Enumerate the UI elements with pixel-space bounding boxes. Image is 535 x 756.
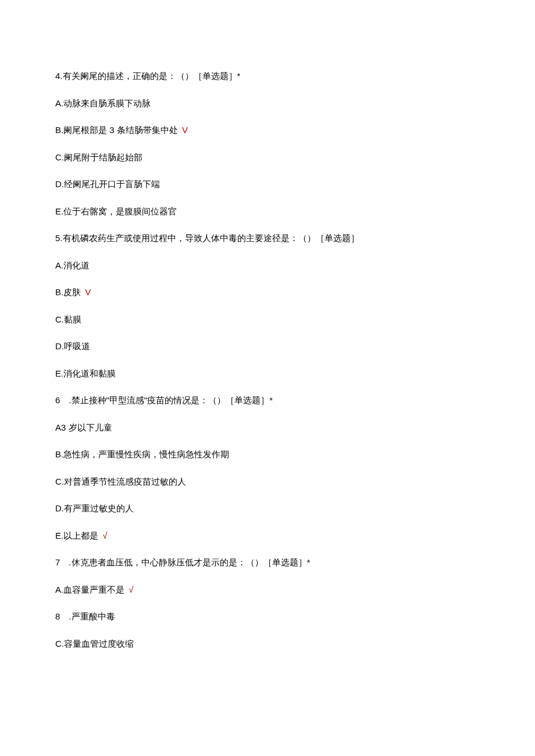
option-label: B.急性病，严重慢性疾病，慢性病急性发作期 [55, 449, 229, 459]
option: A.血容量严重不是 √ [55, 583, 480, 597]
correct-mark: V [180, 125, 188, 135]
option: C.阑尾附于结肠起始部 [55, 151, 480, 164]
option-label: A.血容量严重不是 [55, 585, 124, 594]
option: B.急性病，严重慢性疾病，慢性病急性发作期 [55, 448, 480, 461]
option-label: C.容量血管过度收缩 [55, 639, 134, 648]
option: B.阑尾根部是 3 条结肠带集中处 V [55, 124, 480, 137]
option: C.对普通季节性流感疫苗过敏的人 [55, 475, 480, 489]
correct-mark: √ [126, 585, 133, 594]
question-text: 4.有关阑尾的描述，正确的是：（）［单选题］* [55, 70, 480, 83]
option-label: B.阑尾根部是 3 条结肠带集中处 [55, 125, 178, 135]
option: E.消化道和黏膜 [55, 367, 480, 381]
option-label: C.阑尾附于结肠起始部 [55, 152, 142, 162]
option-label: E.位于右髂窝，是腹膜间位器官 [55, 206, 177, 216]
option: C.黏膜 [55, 313, 480, 327]
question-block: 6 .禁止接种"甲型流感"疫苗的情况是：（）［单选题］*A3 岁以下儿童B.急性… [55, 394, 480, 542]
option-label: D.经阑尾孔开口于盲肠下端 [55, 179, 160, 189]
option: D.呼吸道 [55, 340, 480, 353]
option-label: 8 .严重酸中毒 [55, 611, 115, 621]
option-label: B.皮肤 [55, 287, 81, 297]
option: D.经阑尾孔开口于盲肠下端 [55, 178, 480, 191]
question-text: 7 .休克患者血压低，中心静脉压低才是示的是：（）［单选题］* [55, 556, 480, 569]
option: A.动脉来自肠系膜下动脉 [55, 97, 480, 110]
option-label: A.动脉来自肠系膜下动脉 [55, 98, 151, 108]
option-label: D.有严重过敏史的人 [55, 503, 134, 513]
option: E.以上都是 √ [55, 529, 480, 543]
option: C.容量血管过度收缩 [55, 637, 480, 651]
option: B.皮肤 V [55, 286, 480, 299]
option-label: C.对普通季节性流感疫苗过敏的人 [55, 476, 186, 486]
option: D.有严重过敏史的人 [55, 502, 480, 515]
correct-mark: √ [100, 531, 107, 540]
question-block: 7 .休克患者血压低，中心静脉压低才是示的是：（）［单选题］*A.血容量严重不是… [55, 556, 480, 650]
question-block: 5.有机磷农药生产或使用过程中，导致人体中毒的主要途径是：（）［单选题］A.消化… [55, 232, 480, 380]
question-text: 6 .禁止接种"甲型流感"疫苗的情况是：（）［单选题］* [55, 394, 480, 407]
option-label: A3 岁以下儿童 [55, 422, 112, 432]
question-block: 4.有关阑尾的描述，正确的是：（）［单选题］*A.动脉来自肠系膜下动脉B.阑尾根… [55, 70, 480, 218]
correct-mark: V [83, 287, 91, 297]
option-label: D.呼吸道 [55, 341, 90, 351]
option-label: E.以上都是 [55, 531, 98, 540]
option: E.位于右髂窝，是腹膜间位器官 [55, 205, 480, 218]
question-text: 5.有机磷农药生产或使用过程中，导致人体中毒的主要途径是：（）［单选题］ [55, 232, 480, 245]
option-label: E.消化道和黏膜 [55, 368, 116, 378]
option: 8 .严重酸中毒 [55, 610, 480, 624]
option-label: A.消化道 [55, 260, 90, 270]
option: A.消化道 [55, 259, 480, 273]
option: A3 岁以下儿童 [55, 421, 480, 435]
option-label: C.黏膜 [55, 314, 81, 324]
